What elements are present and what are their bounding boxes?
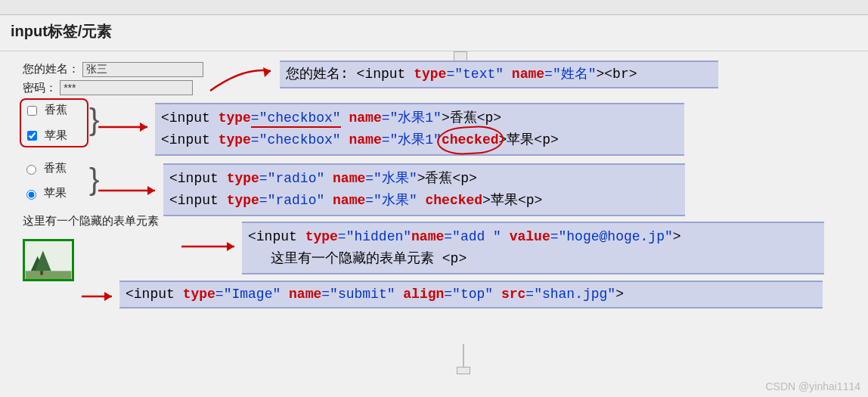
- code-token: <input: [161, 110, 219, 126]
- code-token: type: [227, 171, 259, 186]
- code-token: >: [615, 287, 624, 302]
- arrow-icon: [82, 289, 119, 307]
- radio-banana-label: 香蕉: [44, 161, 67, 174]
- code-token: ><br>: [596, 67, 637, 82]
- code-token: ="submit": [321, 287, 395, 302]
- brace-icon: }: [89, 164, 99, 194]
- code-token: 您的姓名: <input: [286, 67, 414, 82]
- radio-banana[interactable]: [26, 165, 36, 175]
- hidden-note: 这里有一个隐藏的表单元素: [23, 214, 234, 228]
- code-token: type: [219, 132, 251, 147]
- password-label: 密码：: [23, 81, 57, 94]
- code-token: ="hidden": [338, 229, 411, 244]
- code-token: type: [414, 67, 446, 82]
- code-token: ="Image": [215, 287, 281, 302]
- code-token: ="姓名": [544, 67, 596, 82]
- image-thumbnail[interactable]: [23, 239, 74, 281]
- svg-rect-2: [40, 271, 43, 274]
- code-token: <input: [169, 193, 227, 208]
- code-token: value: [501, 229, 550, 244]
- code-token: align: [395, 287, 445, 302]
- code-token: >苹果<p>: [499, 132, 559, 147]
- scrollbar-thumb[interactable]: [457, 367, 470, 374]
- name-row: 您的姓名：: [23, 62, 234, 77]
- checkbox-group: 香蕉 苹果 }: [23, 101, 73, 144]
- code-token: ="hoge@hoge.jp": [550, 229, 673, 244]
- name-input[interactable]: [82, 62, 203, 77]
- code-token: ="text": [446, 67, 504, 82]
- svg-rect-1: [26, 271, 72, 279]
- code-token: ="checkbox": [251, 132, 341, 147]
- code-token: ="水果": [365, 193, 417, 208]
- code-token: name: [504, 67, 544, 82]
- code-token: checked: [442, 129, 499, 151]
- password-input[interactable]: [60, 80, 193, 95]
- checkbox-banana[interactable]: [27, 106, 37, 116]
- image-input-row: [23, 239, 234, 284]
- brace-icon: }: [89, 104, 99, 135]
- code-token: name: [324, 171, 365, 186]
- code-radio: <input type="radio" name="水果">香蕉<p> <inp…: [163, 163, 685, 216]
- svg-marker-7: [104, 292, 112, 301]
- code-token: ="radio": [259, 171, 324, 186]
- watermark: CSDN @yinhai1114: [766, 380, 861, 392]
- code-text-input: 您的姓名: <input type="text" name="姓名"><br>: [280, 60, 718, 88]
- svg-marker-3: [263, 67, 271, 77]
- code-token: >: [673, 229, 681, 244]
- code-token: name: [341, 132, 382, 147]
- code-token: >香蕉<p>: [417, 171, 477, 186]
- radio-apple-label: 苹果: [44, 186, 67, 199]
- password-row: 密码：: [23, 80, 234, 95]
- code-token: ="add ": [444, 229, 501, 244]
- code-checkbox: <input type="checkbox" name="水果1">香蕉<p> …: [155, 103, 684, 156]
- code-token: <input: [161, 132, 219, 147]
- code-token: name: [341, 110, 382, 126]
- code-hidden: <input type="hidden"name="add " value="h…: [242, 222, 824, 274]
- code-token: ="水果1": [382, 132, 442, 147]
- code-token: <input: [126, 287, 183, 302]
- radio-apple[interactable]: [26, 190, 36, 200]
- top-toolbar: [0, 0, 868, 15]
- code-token: >香蕉<p>: [442, 110, 501, 126]
- code-token: ="shan.jpg": [525, 287, 615, 302]
- code-token: name: [411, 229, 444, 244]
- code-token: ="水果": [365, 171, 417, 186]
- separator: [463, 344, 464, 367]
- name-label: 您的姓名：: [23, 62, 79, 75]
- code-token: src: [493, 287, 525, 302]
- code-token: >苹果<p>: [482, 193, 542, 208]
- code-image: <input type="Image" name="submit" align=…: [119, 281, 823, 309]
- code-token: <input: [169, 171, 227, 186]
- page-title: input标签/元素: [0, 15, 868, 48]
- content-area: 您的姓名： 密码： 香蕉 苹果 } 香蕉: [0, 51, 868, 284]
- code-token: ="top": [444, 287, 493, 302]
- code-token: type: [227, 193, 259, 208]
- code-token: <input: [248, 229, 305, 244]
- code-token: name: [281, 287, 321, 302]
- checkbox-banana-label: 香蕉: [45, 103, 67, 116]
- code-token: ="水果1": [382, 110, 442, 126]
- code-token: type: [305, 229, 338, 244]
- code-token: checked: [417, 193, 482, 208]
- code-token: type: [219, 110, 251, 126]
- code-token: ="radio": [259, 193, 324, 208]
- code-token: name: [324, 193, 365, 208]
- code-token: type: [183, 287, 215, 302]
- code-token: ="checkbox": [251, 110, 341, 128]
- code-token: 这里有一个隐藏的表单元素 <p>: [271, 251, 467, 266]
